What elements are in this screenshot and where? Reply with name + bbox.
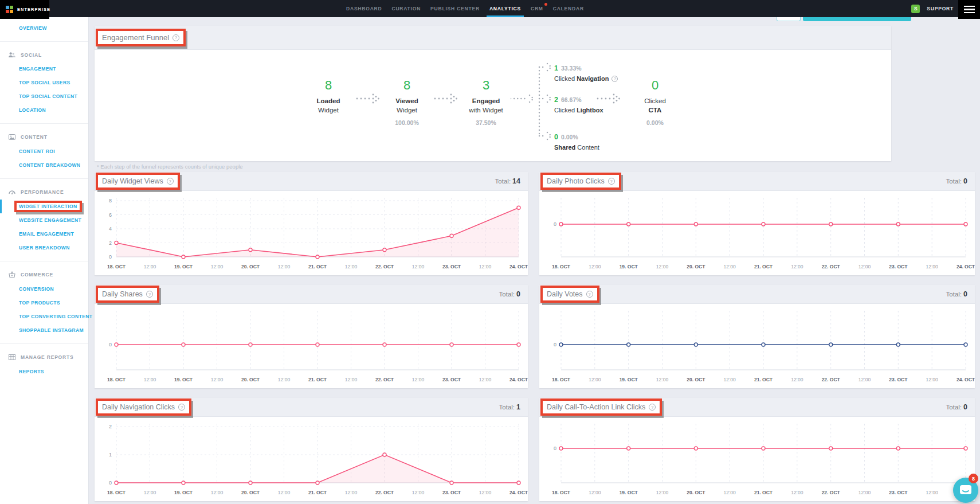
chart-title-annotation: Daily Widget Views: [102, 177, 174, 185]
help-icon[interactable]: [178, 404, 185, 411]
sidebar-item-website-engagement[interactable]: WEBSITE ENGAGEMENT: [0, 213, 88, 227]
sidebar-item-user-breakdown[interactable]: USER BREAKDOWN: [0, 241, 88, 255]
sidebar-header-label: PERFORMANCE: [21, 189, 64, 195]
chart-card-header: Daily Navigation ClicksTotal:1: [95, 398, 528, 417]
svg-text:12:00: 12:00: [144, 490, 156, 495]
chart-card-daily-cta-link-clicks: Daily Call-To-Action Link ClicksTotal:00…: [539, 398, 975, 501]
svg-text:22. OCT: 22. OCT: [375, 264, 394, 269]
svg-text:2: 2: [109, 240, 112, 246]
funnel-step-clicked-cta: 0ClickedCTA0.00%: [618, 79, 692, 126]
nav-item-crm[interactable]: CRM: [531, 0, 543, 17]
chart-card-daily-votes: Daily VotesTotal:0018. OCT12:0019. OCT12…: [539, 285, 975, 388]
chart-total-label: Total:: [946, 404, 962, 411]
svg-text:23. OCT: 23. OCT: [889, 490, 908, 495]
chart-total-value: 14: [512, 177, 520, 185]
svg-text:23. OCT: 23. OCT: [442, 264, 461, 269]
funnel-branch-label: Shared Content: [554, 144, 599, 151]
help-icon[interactable]: [649, 404, 656, 411]
sidebar-section-manage-reports: MANAGE REPORTSREPORTS: [0, 343, 88, 385]
sidebar: OVERVIEWSOCIALENGAGEMENTTOP SOCIAL USERS…: [0, 17, 89, 504]
sidebar-item-widget-interaction[interactable]: WIDGET INTERACTION: [0, 200, 88, 213]
chart-total-label: Total:: [946, 178, 962, 185]
svg-text:19. OCT: 19. OCT: [174, 377, 193, 382]
label-text: TOP PRODUCTS: [19, 300, 60, 306]
nav-item-calendar[interactable]: CALENDAR: [553, 0, 584, 17]
svg-text:1: 1: [109, 452, 112, 458]
help-icon[interactable]: [146, 291, 153, 298]
nav-item-analytics[interactable]: ANALYTICS: [489, 0, 521, 17]
chart-plot: 018. OCT12:0019. OCT12:0020. OCT12:0021.…: [539, 191, 975, 275]
svg-text:23. OCT: 23. OCT: [442, 377, 461, 382]
svg-text:12:00: 12:00: [589, 264, 601, 269]
support-link[interactable]: SUPPORT: [927, 6, 954, 11]
funnel-branch-value: 1: [554, 64, 558, 72]
chart-total-label: Total:: [499, 404, 515, 411]
svg-text:12:00: 12:00: [656, 264, 669, 269]
svg-text:22. OCT: 22. OCT: [822, 377, 841, 382]
brand-block[interactable]: ENTERPRISE: [0, 0, 49, 19]
sidebar-item-content-breakdown[interactable]: CONTENT BREAKDOWN: [0, 158, 88, 172]
help-icon[interactable]: [167, 178, 174, 185]
svg-text:12:00: 12:00: [479, 264, 492, 269]
svg-text:12:00: 12:00: [345, 377, 358, 382]
help-icon[interactable]: [608, 178, 615, 185]
svg-text:12:00: 12:00: [791, 377, 803, 382]
chart-body: 018. OCT12:0019. OCT12:0020. OCT12:0021.…: [95, 304, 528, 388]
nav-item-dashboard[interactable]: DASHBOARD: [346, 0, 382, 17]
help-icon[interactable]: [173, 34, 179, 41]
nav-item-curation[interactable]: CURATION: [391, 0, 421, 17]
sidebar-item-top-products[interactable]: TOP PRODUCTS: [0, 296, 88, 310]
sidebar-item-shoppable-instagram[interactable]: SHOPPABLE INSTAGRAM: [0, 323, 88, 337]
avatar[interactable]: S: [911, 5, 920, 13]
chart-total: Total:14: [495, 177, 520, 185]
sidebar-item-conversion[interactable]: CONVERSION: [0, 282, 88, 296]
chart-title-annotation: Daily Votes: [547, 290, 593, 298]
sidebar-header-content: CONTENT: [0, 128, 88, 144]
sidebar-item-location[interactable]: LOCATION: [0, 103, 88, 117]
sidebar-item-top-converting-content[interactable]: TOP CONVERTING CONTENT: [0, 310, 88, 323]
hamburger-menu-icon[interactable]: [958, 0, 980, 19]
chart-card-header: Daily Call-To-Action Link ClicksTotal:0: [539, 398, 975, 417]
notification-badge[interactable]: 8: [969, 474, 978, 483]
sidebar-item-engagement[interactable]: ENGAGEMENT: [0, 62, 88, 76]
chart-title: Daily Call-To-Action Link Clicks: [547, 403, 645, 411]
chart-total-value: 1: [516, 403, 520, 411]
sidebar-item-email-engagement[interactable]: EMAIL ENGAGEMENT: [0, 227, 88, 241]
label-text: TOP SOCIAL CONTENT: [19, 93, 77, 99]
svg-text:12:00: 12:00: [791, 490, 803, 495]
sidebar-item-label: SHOPPABLE INSTAGRAM: [19, 327, 84, 333]
svg-text:12:00: 12:00: [412, 490, 425, 495]
label-text: Clicked Navigation: [554, 75, 609, 82]
chart-total: Total:0: [946, 177, 967, 185]
chart-total-label: Total:: [495, 178, 511, 185]
sidebar-item-reports[interactable]: REPORTS: [0, 365, 88, 378]
sidebar-item-label: CONTENT BREAKDOWN: [19, 162, 80, 168]
funnel-step-value: 8: [291, 79, 366, 92]
engagement-funnel-card: Engagement Funnel 8LoadedWidget8ViewedWi…: [95, 26, 891, 161]
top-nav: ENTERPRISE DASHBOARDCURATIONPUBLISH CENT…: [0, 0, 980, 17]
svg-text:18. OCT: 18. OCT: [552, 490, 571, 495]
svg-text:12:00: 12:00: [724, 490, 736, 495]
nav-right: S SUPPORT: [911, 0, 954, 17]
help-icon[interactable]: [611, 76, 618, 82]
sidebar-item-top-social-content[interactable]: TOP SOCIAL CONTENT: [0, 89, 88, 103]
sidebar-item-top-social-users[interactable]: TOP SOCIAL USERS: [0, 76, 88, 89]
svg-text:12:00: 12:00: [926, 490, 939, 495]
header-primary-button[interactable]: [803, 17, 911, 21]
sidebar-item-content-roi[interactable]: CONTENT ROI: [0, 144, 88, 158]
header-outline-button[interactable]: [777, 17, 801, 21]
sidebar-header-performance: PERFORMANCE: [0, 183, 88, 200]
svg-text:12:00: 12:00: [859, 490, 871, 495]
sidebar-item-label: WEBSITE ENGAGEMENT: [19, 217, 81, 223]
label-text: ENGAGEMENT: [19, 66, 56, 72]
sidebar-item-overview[interactable]: OVERVIEW: [0, 21, 88, 35]
nav-item-publish-center[interactable]: PUBLISH CENTER: [430, 0, 480, 17]
brand-name: ENTERPRISE: [17, 7, 50, 12]
sidebar-item-label: ENGAGEMENT: [19, 66, 56, 72]
svg-text:12:00: 12:00: [144, 264, 156, 269]
chart-card-header: Daily Photo ClicksTotal:0: [539, 172, 975, 191]
help-icon[interactable]: [586, 291, 593, 298]
people-icon: [8, 52, 15, 58]
label-text: CONTENT ROI: [19, 149, 55, 154]
funnel-branch-value-row: 133.33%: [554, 62, 618, 73]
